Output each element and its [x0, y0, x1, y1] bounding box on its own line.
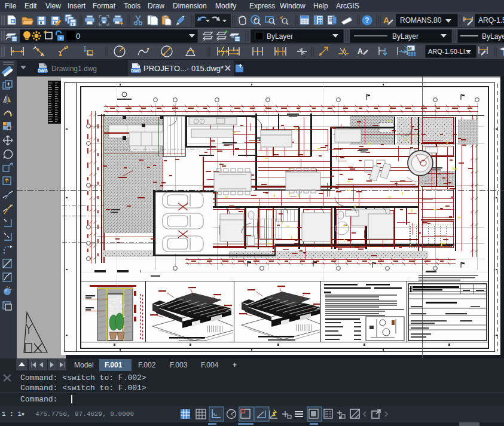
- svg-text:ARQ-1.5: ARQ-1.5: [478, 16, 504, 24]
- svg-text:F.001: F.001: [105, 361, 123, 369]
- svg-text:0: 0: [76, 32, 80, 41]
- svg-text:M: M: [408, 46, 412, 51]
- svg-text:ByLaye: ByLaye: [482, 32, 504, 41]
- svg-text:ROMANS.80: ROMANS.80: [400, 16, 442, 24]
- svg-text:Model: Model: [74, 361, 94, 369]
- svg-text:+: +: [233, 361, 237, 369]
- svg-text:ARQ-1.50-LI...: ARQ-1.50-LI...: [428, 48, 471, 55]
- svg-text:ByLayer: ByLayer: [267, 32, 293, 41]
- svg-text:F.003: F.003: [170, 361, 188, 369]
- svg-text:Drawing1.dwg: Drawing1.dwg: [51, 65, 97, 73]
- svg-text:A: A: [358, 47, 363, 56]
- svg-text:DWG: DWG: [38, 69, 48, 73]
- svg-text:?: ?: [365, 16, 369, 24]
- svg-text:DWG: DWG: [131, 69, 142, 73]
- svg-text:PROJETO...- 015.dwg*: PROJETO...- 015.dwg*: [143, 64, 224, 73]
- svg-text:F.004: F.004: [201, 361, 219, 369]
- svg-text:ByLayer: ByLayer: [392, 32, 419, 41]
- svg-text:F.002: F.002: [138, 361, 156, 369]
